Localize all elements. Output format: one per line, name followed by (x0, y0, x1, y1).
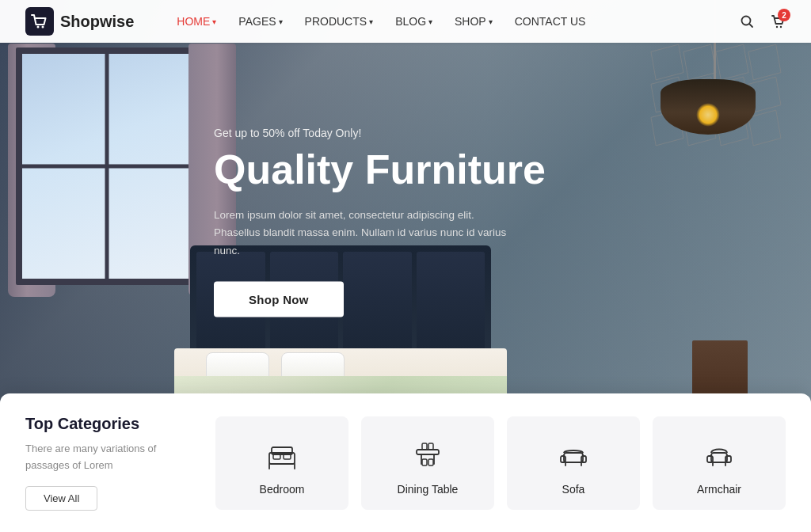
sofa-icon (554, 435, 592, 473)
cart-button[interactable]: 2 (770, 13, 786, 29)
armchair-icon (700, 435, 738, 473)
hero-promo-text: Get up to 50% off Today Only! (214, 127, 546, 139)
svg-rect-26 (725, 456, 731, 462)
svg-rect-18 (428, 459, 433, 466)
nav-actions: 2 (740, 13, 786, 29)
cart-badge: 2 (778, 9, 790, 21)
svg-point-2 (42, 26, 44, 28)
svg-rect-24 (711, 453, 727, 462)
bedroom-icon (263, 435, 301, 473)
svg-rect-11 (284, 454, 291, 459)
svg-rect-15 (422, 443, 427, 450)
chevron-down-icon: ▾ (428, 1, 432, 44)
chevron-down-icon: ▾ (489, 1, 493, 44)
categories-description: There are many variations of passages of… (25, 441, 200, 474)
nav-home[interactable]: HOME ▾ (166, 0, 227, 43)
svg-rect-10 (273, 454, 280, 459)
search-icon (740, 14, 754, 28)
category-sofa[interactable]: Sofa (507, 416, 640, 510)
category-armchair-label: Armchair (697, 483, 741, 496)
svg-point-4 (776, 26, 778, 28)
nav-blog[interactable]: BLOG ▾ (384, 0, 444, 43)
svg-rect-16 (428, 443, 433, 450)
nav-contact[interactable]: CONTACT US (504, 0, 597, 43)
categories-intro: Top Categories There are many variations… (25, 415, 200, 511)
hero-description: Lorem ipsum dolor sit amet, consectetur … (214, 207, 515, 260)
nav-pages[interactable]: PAGES ▾ (227, 0, 293, 43)
categories-title: Top Categories (25, 415, 200, 433)
navbar: Shopwise HOME ▾ PAGES ▾ PRODUCTS ▾ BLOG … (0, 0, 811, 43)
hero-title: Quality Furniture (214, 147, 546, 192)
cart-logo-icon (25, 7, 54, 36)
svg-point-1 (37, 26, 40, 28)
svg-rect-20 (561, 456, 565, 462)
svg-rect-17 (422, 459, 427, 466)
nav-links: HOME ▾ PAGES ▾ PRODUCTS ▾ BLOG ▾ SHOP ▾ … (166, 0, 740, 43)
nav-shop[interactable]: SHOP ▾ (444, 0, 504, 43)
logo[interactable]: Shopwise (25, 7, 134, 36)
svg-rect-25 (707, 456, 713, 462)
svg-rect-21 (581, 456, 586, 462)
window (16, 48, 198, 285)
pendant-lamp (661, 79, 756, 135)
nav-products[interactable]: PRODUCTS ▾ (294, 0, 385, 43)
svg-rect-0 (25, 7, 54, 36)
svg-point-5 (780, 26, 782, 28)
search-button[interactable] (740, 14, 754, 28)
shop-now-button[interactable]: Shop Now (214, 281, 344, 317)
brand-name: Shopwise (60, 13, 134, 31)
chevron-down-icon: ▾ (212, 1, 216, 44)
categories-grid: Bedroom Dining Table (215, 416, 786, 510)
category-dining-table[interactable]: Dining Table (361, 416, 494, 510)
categories-section: Top Categories There are many variations… (0, 393, 811, 532)
svg-rect-19 (564, 453, 583, 462)
hero-content: Get up to 50% off Today Only! Quality Fu… (214, 127, 546, 317)
dining-table-icon (409, 435, 447, 473)
hero-section: Get up to 50% off Today Only! Quality Fu… (0, 0, 811, 443)
svg-point-3 (742, 17, 751, 25)
view-all-button[interactable]: View All (25, 486, 97, 511)
category-bedroom[interactable]: Bedroom (215, 416, 348, 510)
category-dining-table-label: Dining Table (398, 483, 459, 496)
svg-rect-12 (417, 450, 439, 454)
category-bedroom-label: Bedroom (260, 483, 305, 496)
chevron-down-icon: ▾ (279, 1, 283, 44)
chevron-down-icon: ▾ (369, 1, 373, 44)
category-sofa-label: Sofa (562, 483, 585, 496)
category-armchair[interactable]: Armchair (653, 416, 786, 510)
